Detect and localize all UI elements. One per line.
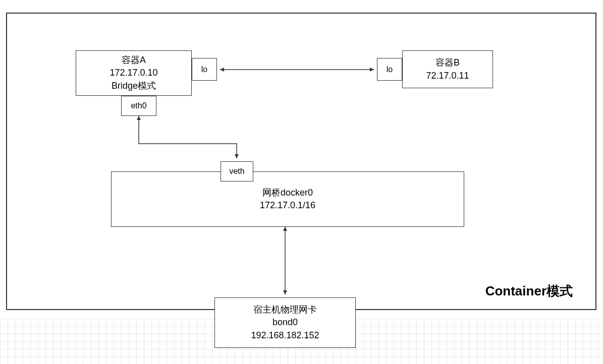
bridge-name: 网桥docker0 bbox=[262, 187, 313, 199]
container-a-ip: 172.17.0.10 bbox=[109, 67, 157, 79]
mode-title: Container模式 bbox=[485, 282, 573, 300]
container-a-eth0-box: eth0 bbox=[121, 96, 156, 116]
host-nic-ip: 192.168.182.152 bbox=[251, 329, 319, 342]
container-b-lo-box: lo bbox=[377, 58, 402, 81]
container-b-name: 容器B bbox=[435, 56, 460, 69]
host-nic-desc: 宿主机物理网卡 bbox=[253, 304, 317, 316]
bridge-veth-box: veth bbox=[221, 161, 253, 181]
container-a-mode: Bridge模式 bbox=[112, 80, 156, 92]
container-b-box: 容器B 72.17.0.11 bbox=[402, 50, 493, 88]
bridge-box: 网桥docker0 172.17.0.1/16 bbox=[111, 171, 464, 227]
container-a-name: 容器A bbox=[122, 54, 146, 67]
container-a-lo-label: lo bbox=[201, 65, 207, 74]
bridge-veth-label: veth bbox=[229, 167, 244, 176]
container-b-lo-label: lo bbox=[387, 65, 393, 74]
host-nic-dev: bond0 bbox=[272, 316, 298, 329]
container-a-eth0-label: eth0 bbox=[131, 101, 146, 110]
container-a-box: 容器A 172.17.0.10 Bridge模式 bbox=[76, 50, 192, 96]
container-a-lo-box: lo bbox=[192, 58, 217, 81]
host-nic-box: 宿主机物理网卡 bond0 192.168.182.152 bbox=[214, 297, 356, 348]
container-b-ip: 72.17.0.11 bbox=[426, 70, 469, 82]
bridge-cidr: 172.17.0.1/16 bbox=[260, 199, 315, 212]
